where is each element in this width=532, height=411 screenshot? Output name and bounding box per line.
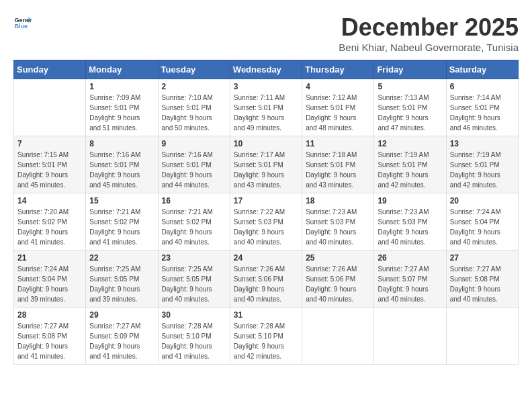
- day-info: Sunrise: 7:27 AMSunset: 5:08 PMDaylight:…: [450, 264, 515, 304]
- title-block: December 2025 Beni Khiar, Nabeul Governo…: [339, 13, 519, 53]
- day-number: 19: [378, 196, 442, 205]
- day-info: Sunrise: 7:28 AMSunset: 5:10 PMDaylight:…: [162, 321, 226, 361]
- calendar-cell: 27Sunrise: 7:27 AMSunset: 5:08 PMDayligh…: [446, 250, 518, 308]
- calendar-cell: 11Sunrise: 7:18 AMSunset: 5:01 PMDayligh…: [302, 136, 374, 193]
- day-info: Sunrise: 7:10 AMSunset: 5:01 PMDaylight:…: [162, 93, 226, 133]
- day-info: Sunrise: 7:16 AMSunset: 5:01 PMDaylight:…: [89, 150, 154, 190]
- day-info: Sunrise: 7:22 AMSunset: 5:03 PMDaylight:…: [234, 207, 298, 247]
- calendar-week-1: 1Sunrise: 7:09 AMSunset: 5:01 PMDaylight…: [14, 79, 519, 136]
- day-info: Sunrise: 7:19 AMSunset: 5:01 PMDaylight:…: [450, 150, 515, 190]
- day-info: Sunrise: 7:25 AMSunset: 5:05 PMDaylight:…: [89, 264, 154, 304]
- day-number: 11: [306, 139, 370, 148]
- day-number: 14: [17, 196, 82, 205]
- day-number: 2: [162, 82, 226, 91]
- calendar-cell: 5Sunrise: 7:13 AMSunset: 5:01 PMDaylight…: [374, 79, 446, 136]
- calendar-week-2: 7Sunrise: 7:15 AMSunset: 5:01 PMDaylight…: [14, 136, 519, 193]
- day-header-wednesday: Wednesday: [230, 60, 302, 79]
- calendar-cell: 14Sunrise: 7:20 AMSunset: 5:02 PMDayligh…: [14, 193, 86, 250]
- calendar-cell: 13Sunrise: 7:19 AMSunset: 5:01 PMDayligh…: [446, 136, 518, 193]
- day-info: Sunrise: 7:09 AMSunset: 5:01 PMDaylight:…: [89, 93, 154, 133]
- day-number: 6: [450, 82, 515, 91]
- day-info: Sunrise: 7:28 AMSunset: 5:10 PMDaylight:…: [234, 321, 298, 361]
- calendar-body: 1Sunrise: 7:09 AMSunset: 5:01 PMDaylight…: [14, 79, 519, 365]
- day-number: 27: [450, 253, 515, 263]
- calendar-cell: 24Sunrise: 7:26 AMSunset: 5:06 PMDayligh…: [230, 250, 302, 308]
- day-number: 8: [89, 139, 154, 148]
- calendar-cell: 15Sunrise: 7:21 AMSunset: 5:02 PMDayligh…: [86, 193, 158, 250]
- calendar-cell: [302, 308, 374, 365]
- day-info: Sunrise: 7:24 AMSunset: 5:04 PMDaylight:…: [17, 264, 82, 304]
- calendar-cell: 2Sunrise: 7:10 AMSunset: 5:01 PMDaylight…: [158, 79, 230, 136]
- calendar-cell: 23Sunrise: 7:25 AMSunset: 5:05 PMDayligh…: [158, 250, 230, 308]
- day-info: Sunrise: 7:19 AMSunset: 5:01 PMDaylight:…: [378, 150, 442, 190]
- day-info: Sunrise: 7:26 AMSunset: 5:06 PMDaylight:…: [234, 264, 298, 304]
- day-info: Sunrise: 7:27 AMSunset: 5:07 PMDaylight:…: [378, 264, 442, 304]
- day-number: 17: [234, 196, 298, 205]
- day-number: 10: [234, 139, 298, 148]
- calendar-cell: 10Sunrise: 7:17 AMSunset: 5:01 PMDayligh…: [230, 136, 302, 193]
- calendar-cell: 12Sunrise: 7:19 AMSunset: 5:01 PMDayligh…: [374, 136, 446, 193]
- day-info: Sunrise: 7:15 AMSunset: 5:01 PMDaylight:…: [17, 150, 82, 190]
- day-info: Sunrise: 7:13 AMSunset: 5:01 PMDaylight:…: [378, 93, 442, 133]
- calendar-cell: 29Sunrise: 7:27 AMSunset: 5:09 PMDayligh…: [86, 308, 158, 365]
- month-title: December 2025: [339, 13, 519, 42]
- day-header-monday: Monday: [86, 60, 158, 79]
- day-number: 18: [306, 196, 370, 205]
- day-number: 21: [17, 253, 82, 263]
- day-info: Sunrise: 7:21 AMSunset: 5:02 PMDaylight:…: [89, 207, 154, 247]
- day-info: Sunrise: 7:11 AMSunset: 5:01 PMDaylight:…: [234, 93, 298, 133]
- calendar-week-5: 28Sunrise: 7:27 AMSunset: 5:08 PMDayligh…: [14, 308, 519, 365]
- calendar-table: SundayMondayTuesdayWednesdayThursdayFrid…: [13, 60, 519, 365]
- day-number: 5: [378, 82, 442, 91]
- day-number: 23: [162, 253, 226, 263]
- calendar-cell: 28Sunrise: 7:27 AMSunset: 5:08 PMDayligh…: [14, 308, 86, 365]
- calendar-cell: 30Sunrise: 7:28 AMSunset: 5:10 PMDayligh…: [158, 308, 230, 365]
- calendar-cell: 20Sunrise: 7:24 AMSunset: 5:04 PMDayligh…: [446, 193, 518, 250]
- day-info: Sunrise: 7:14 AMSunset: 5:01 PMDaylight:…: [450, 93, 515, 133]
- calendar-cell: 7Sunrise: 7:15 AMSunset: 5:01 PMDaylight…: [14, 136, 86, 193]
- day-info: Sunrise: 7:27 AMSunset: 5:09 PMDaylight:…: [89, 321, 154, 361]
- page-header: General Blue December 2025 Beni Khiar, N…: [13, 13, 519, 53]
- day-header-sunday: Sunday: [14, 60, 86, 79]
- day-info: Sunrise: 7:16 AMSunset: 5:01 PMDaylight:…: [162, 150, 226, 190]
- day-header-friday: Friday: [374, 60, 446, 79]
- svg-text:Blue: Blue: [14, 23, 28, 30]
- day-header-tuesday: Tuesday: [158, 60, 230, 79]
- calendar-cell: 1Sunrise: 7:09 AMSunset: 5:01 PMDaylight…: [86, 79, 158, 136]
- location-subtitle: Beni Khiar, Nabeul Governorate, Tunisia: [339, 42, 519, 53]
- day-number: 30: [162, 310, 226, 320]
- calendar-week-3: 14Sunrise: 7:20 AMSunset: 5:02 PMDayligh…: [14, 193, 519, 250]
- day-number: 20: [450, 196, 515, 205]
- logo: General Blue: [13, 13, 32, 32]
- day-info: Sunrise: 7:23 AMSunset: 5:03 PMDaylight:…: [378, 207, 442, 247]
- day-number: 25: [306, 253, 370, 263]
- calendar-cell: 3Sunrise: 7:11 AMSunset: 5:01 PMDaylight…: [230, 79, 302, 136]
- day-number: 22: [89, 253, 154, 263]
- calendar-week-4: 21Sunrise: 7:24 AMSunset: 5:04 PMDayligh…: [14, 250, 519, 308]
- day-number: 7: [17, 139, 82, 148]
- calendar-header-row: SundayMondayTuesdayWednesdayThursdayFrid…: [14, 60, 519, 79]
- calendar-cell: 31Sunrise: 7:28 AMSunset: 5:10 PMDayligh…: [230, 308, 302, 365]
- calendar-cell: 26Sunrise: 7:27 AMSunset: 5:07 PMDayligh…: [374, 250, 446, 308]
- calendar-cell: 16Sunrise: 7:21 AMSunset: 5:02 PMDayligh…: [158, 193, 230, 250]
- day-info: Sunrise: 7:25 AMSunset: 5:05 PMDaylight:…: [162, 264, 226, 304]
- calendar-cell: [446, 308, 518, 365]
- day-info: Sunrise: 7:21 AMSunset: 5:02 PMDaylight:…: [162, 207, 226, 247]
- day-number: 28: [17, 310, 82, 320]
- day-number: 9: [162, 139, 226, 148]
- calendar-cell: [14, 79, 86, 136]
- calendar-cell: 6Sunrise: 7:14 AMSunset: 5:01 PMDaylight…: [446, 79, 518, 136]
- day-info: Sunrise: 7:18 AMSunset: 5:01 PMDaylight:…: [306, 150, 370, 190]
- day-number: 12: [378, 139, 442, 148]
- calendar-cell: 18Sunrise: 7:23 AMSunset: 5:03 PMDayligh…: [302, 193, 374, 250]
- day-info: Sunrise: 7:23 AMSunset: 5:03 PMDaylight:…: [306, 207, 370, 247]
- day-info: Sunrise: 7:17 AMSunset: 5:01 PMDaylight:…: [234, 150, 298, 190]
- day-number: 29: [89, 310, 154, 320]
- logo-icon: General Blue: [13, 13, 32, 32]
- day-number: 24: [234, 253, 298, 263]
- day-info: Sunrise: 7:12 AMSunset: 5:01 PMDaylight:…: [306, 93, 370, 133]
- day-header-saturday: Saturday: [446, 60, 518, 79]
- day-info: Sunrise: 7:26 AMSunset: 5:06 PMDaylight:…: [306, 264, 370, 304]
- day-header-thursday: Thursday: [302, 60, 374, 79]
- calendar-cell: 4Sunrise: 7:12 AMSunset: 5:01 PMDaylight…: [302, 79, 374, 136]
